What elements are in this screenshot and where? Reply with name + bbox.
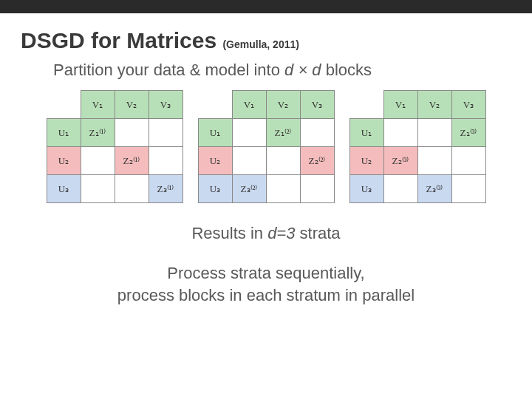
matrix-row: V₁V₂V₃U₁Z₁⁽¹⁾U₂Z₂⁽¹⁾U₃Z₃⁽¹⁾V₁V₂V₃U₁Z₁⁽²⁾…: [0, 90, 532, 203]
cell-r1-c0: Z₂⁽³⁾: [383, 147, 417, 175]
matrix-stratum-1: V₁V₂V₃U₁Z₁⁽¹⁾U₂Z₂⁽¹⁾U₃Z₃⁽¹⁾: [47, 90, 183, 203]
conclusion: Process strata sequentially, process blo…: [0, 249, 532, 306]
matrix-table: V₁V₂V₃U₁Z₁⁽³⁾U₂Z₂⁽³⁾U₃Z₃⁽³⁾: [349, 90, 486, 203]
col-header-v1: V₁: [383, 91, 417, 119]
cell-r1-c2: [149, 147, 183, 175]
conclusion-line2: process blocks in each stratum in parall…: [117, 286, 415, 304]
row-header-u3: U₃: [198, 175, 232, 203]
col-header-v2: V₂: [266, 91, 300, 119]
slide-title: DSGD for Matrices (Gemulla, 2011): [0, 13, 532, 58]
row-header-u1: U₁: [349, 119, 383, 147]
results-dval: d=3: [267, 224, 295, 242]
col-header-v2: V₂: [115, 91, 149, 119]
col-header-v1: V₁: [232, 91, 266, 119]
col-header-v2: V₂: [417, 91, 451, 119]
cell-r1-c1: [266, 147, 300, 175]
col-header-v3: V₃: [300, 91, 334, 119]
cell-r0-c0: Z₁⁽¹⁾: [81, 119, 115, 147]
cell-r0-c1: Z₁⁽²⁾: [266, 119, 300, 147]
cell-r2-c2: Z₃⁽¹⁾: [149, 175, 183, 203]
title-citation: (Gemulla, 2011): [222, 38, 299, 50]
cell-r0-c2: Z₁⁽³⁾: [451, 119, 485, 147]
cell-r0-c0: [232, 119, 266, 147]
matrix-table: V₁V₂V₃U₁Z₁⁽¹⁾U₂Z₂⁽¹⁾U₃Z₃⁽¹⁾: [47, 90, 183, 203]
results-line: Results in d=3 strata: [0, 203, 532, 249]
cell-r2-c1: [266, 175, 300, 203]
row-header-u3: U₃: [349, 175, 383, 203]
corner-cell: [198, 91, 232, 119]
cell-r2-c0: Z₃⁽²⁾: [232, 175, 266, 203]
cell-r1-c0: [81, 147, 115, 175]
title-main: DSGD for Matrices: [21, 28, 216, 52]
cell-r2-c0: [383, 175, 417, 203]
col-header-v3: V₃: [149, 91, 183, 119]
subtitle-dxd: d × d: [284, 61, 321, 79]
cell-r2-c2: [300, 175, 334, 203]
row-header-u2: U₂: [349, 147, 383, 175]
cell-r2-c1: Z₃⁽³⁾: [417, 175, 451, 203]
cell-r1-c0: [232, 147, 266, 175]
col-header-v3: V₃: [451, 91, 485, 119]
cell-r1-c2: [451, 147, 485, 175]
top-bar: [0, 0, 532, 13]
row-header-u2: U₂: [47, 147, 81, 175]
cell-r0-c2: [300, 119, 334, 147]
col-header-v1: V₁: [81, 91, 115, 119]
row-header-u3: U₃: [47, 175, 81, 203]
results-pre: Results in: [191, 224, 267, 242]
cell-r0-c2: [149, 119, 183, 147]
slide-subtitle: Partition your data & model into d × d b…: [0, 58, 532, 90]
conclusion-line1: Process strata sequentially,: [167, 264, 364, 282]
row-header-u2: U₂: [198, 147, 232, 175]
row-header-u1: U₁: [47, 119, 81, 147]
subtitle-pre: Partition your data & model into: [53, 61, 284, 79]
results-post: strata: [295, 224, 340, 242]
matrix-stratum-2: V₁V₂V₃U₁Z₁⁽²⁾U₂Z₂⁽²⁾U₃Z₃⁽²⁾: [198, 90, 335, 203]
cell-r2-c2: [451, 175, 485, 203]
cell-r1-c1: Z₂⁽¹⁾: [115, 147, 149, 175]
cell-r0-c1: [115, 119, 149, 147]
matrix-stratum-3: V₁V₂V₃U₁Z₁⁽³⁾U₂Z₂⁽³⁾U₃Z₃⁽³⁾: [349, 90, 486, 203]
cell-r2-c0: [81, 175, 115, 203]
cell-r1-c2: Z₂⁽²⁾: [300, 147, 334, 175]
matrix-table: V₁V₂V₃U₁Z₁⁽²⁾U₂Z₂⁽²⁾U₃Z₃⁽²⁾: [198, 90, 335, 203]
subtitle-post: blocks: [321, 61, 372, 79]
cell-r1-c1: [417, 147, 451, 175]
cell-r0-c0: [383, 119, 417, 147]
row-header-u1: U₁: [198, 119, 232, 147]
cell-r0-c1: [417, 119, 451, 147]
cell-r2-c1: [115, 175, 149, 203]
corner-cell: [47, 91, 81, 119]
corner-cell: [349, 91, 383, 119]
